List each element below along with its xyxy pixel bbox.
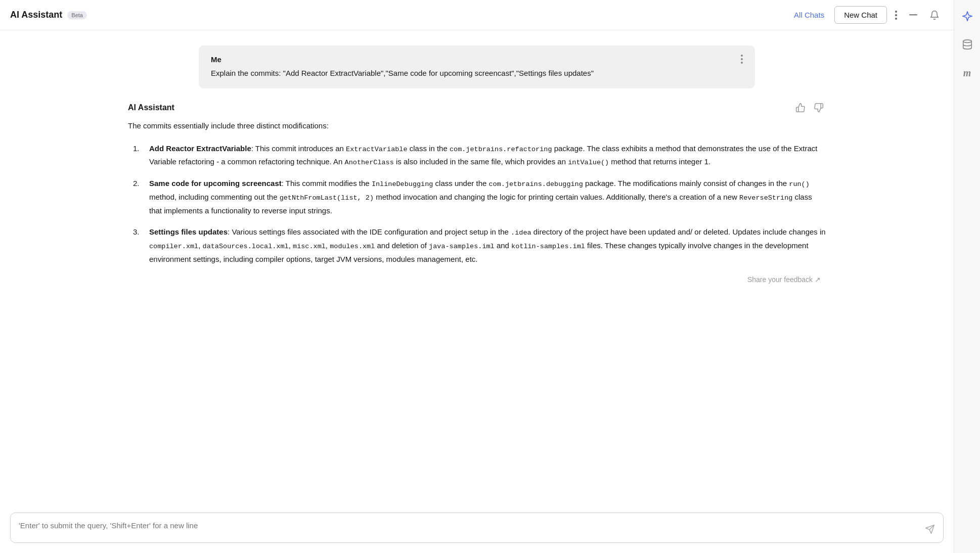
right-sidebar: m (954, 0, 980, 553)
item-title-3: Settings files updates (149, 227, 228, 236)
feedback-buttons (793, 101, 826, 115)
list-item: 2. Same code for upcoming screencast: Th… (133, 177, 826, 217)
message-options-button[interactable] (741, 55, 743, 64)
item-title-2: Same code for upcoming screencast (149, 179, 282, 188)
new-chat-button[interactable]: New Chat (834, 6, 887, 24)
thumbs-down-icon (814, 103, 824, 113)
item-number-1: 1. (133, 142, 143, 169)
main-content: AI Assistant Beta All Chats New Chat (0, 0, 954, 553)
code-extract-variable: ExtractVariable (346, 146, 408, 153)
sparkle-button[interactable] (958, 7, 976, 25)
database-icon (962, 39, 973, 50)
code-datasources-xml: dataSources.local.xml (203, 243, 289, 250)
m-letter-button[interactable]: m (958, 64, 976, 82)
message-dots-icon (741, 55, 743, 64)
minus-icon (909, 14, 917, 16)
code-idea-dir: .idea (511, 229, 531, 237)
svg-rect-0 (909, 14, 917, 16)
feedback-link-area: Share your feedback ↗ (128, 275, 826, 284)
user-message-header: Me (211, 55, 743, 64)
code-kotlin-iml: kotlin-samples.iml (511, 243, 585, 250)
item-number-2: 2. (133, 177, 143, 217)
m-letter-icon: m (963, 67, 971, 79)
code-run-method: run() (789, 180, 810, 188)
header-right: All Chats New Chat (788, 6, 944, 24)
database-button[interactable] (958, 35, 976, 54)
code-java-iml: java-samples.iml (429, 243, 495, 250)
vertical-dots-icon (895, 11, 897, 20)
code-int-value: intValue() (568, 159, 609, 166)
code-refactoring-pkg: com.jetbrains.refactoring (450, 146, 552, 153)
item-content-3: Settings files updates: Various settings… (149, 225, 826, 265)
thumbs-up-button[interactable] (793, 101, 808, 115)
ai-name: AI Assistant (128, 103, 174, 112)
app-title: AI Assistant (10, 10, 62, 20)
code-compiler-xml: compiler.xml (149, 243, 198, 250)
user-message-container: Me Explain the commits: "Add Reactor Ext… (10, 45, 944, 88)
item-title-1: Add Reactor ExtractVariable (149, 144, 251, 153)
ai-response-header: AI Assistant (128, 101, 826, 115)
ai-response-container: AI Assistant (128, 101, 826, 284)
notification-button[interactable] (925, 6, 944, 24)
user-message-text: Explain the commits: "Add Reactor Extrac… (211, 68, 743, 79)
user-message: Me Explain the commits: "Add Reactor Ext… (199, 45, 755, 88)
list-item: 3. Settings files updates: Various setti… (133, 225, 826, 265)
input-container (10, 513, 944, 543)
code-modules-xml: modules.xml (330, 243, 375, 250)
code-another-class: AnotherClass (345, 159, 394, 166)
ai-intro: The commits essentially include three di… (128, 120, 826, 132)
code-inline-debugging: InlineDebugging (372, 180, 433, 188)
code-reverse-string: ReverseString (739, 194, 792, 202)
item-content-1: Add Reactor ExtractVariable: This commit… (149, 142, 826, 169)
send-button[interactable] (924, 523, 936, 535)
all-chats-button[interactable]: All Chats (788, 7, 830, 23)
more-options-button[interactable] (891, 7, 901, 24)
header: AI Assistant Beta All Chats New Chat (0, 0, 954, 30)
code-get-nth: getNthFromLast(list, 2) (280, 194, 374, 202)
svg-point-3 (963, 40, 971, 43)
chat-area: Me Explain the commits: "Add Reactor Ext… (0, 30, 954, 506)
bell-icon (929, 10, 940, 20)
header-left: AI Assistant Beta (10, 10, 788, 20)
code-debugging-pkg: com.jetbrains.debugging (488, 180, 583, 188)
response-list: 1. Add Reactor ExtractVariable: This com… (128, 142, 826, 266)
list-item: 1. Add Reactor ExtractVariable: This com… (133, 142, 826, 169)
code-misc-xml: misc.xml (293, 243, 326, 250)
thumbs-up-icon (795, 103, 806, 113)
chat-input[interactable] (19, 520, 918, 532)
item-number-3: 3. (133, 225, 143, 265)
input-area (0, 506, 954, 553)
send-icon (925, 524, 935, 534)
beta-badge: Beta (67, 11, 87, 19)
thumbs-down-button[interactable] (812, 101, 826, 115)
sparkle-icon (962, 11, 973, 22)
item-content-2: Same code for upcoming screencast: This … (149, 177, 826, 217)
share-feedback-link[interactable]: Share your feedback ↗ (747, 275, 821, 284)
user-name: Me (211, 55, 221, 64)
minimize-button[interactable] (905, 10, 921, 20)
